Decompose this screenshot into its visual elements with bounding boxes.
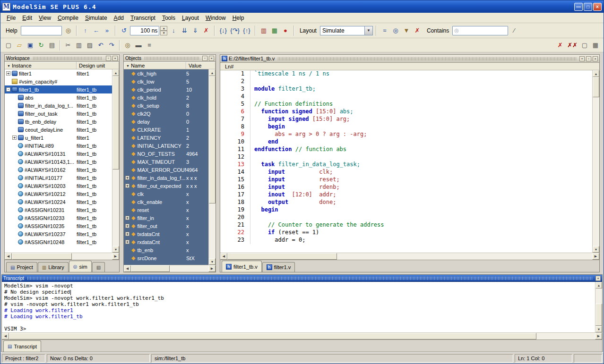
- objects-row[interactable]: +◆clk_period10: [124, 85, 208, 93]
- run-all-icon[interactable]: ⇓: [190, 25, 200, 36]
- close-icon[interactable]: ×: [595, 276, 601, 281]
- eyedropper-icon[interactable]: ∕: [509, 25, 519, 36]
- workspace-row[interactable]: +#ASSIGN#10233filter1_tb: [5, 214, 112, 222]
- run-icon[interactable]: ↓: [168, 25, 179, 36]
- line-number[interactable]: 15: [220, 176, 250, 184]
- scroll-right-icon[interactable]: ▶: [592, 253, 599, 260]
- scroll-down-icon[interactable]: ▼: [595, 326, 602, 332]
- drag-grip[interactable]: [145, 57, 199, 60]
- editor-vscrollbar[interactable]: ▲ ▼: [592, 70, 599, 253]
- code-line[interactable]: 1`timescale 1 ns / 1 ns: [220, 70, 592, 78]
- objects-row[interactable]: +◆filter_inx: [124, 214, 208, 222]
- scroll-thumb[interactable]: [131, 265, 170, 272]
- line-number[interactable]: 19: [220, 206, 250, 214]
- tab-icon[interactable]: ▧: [92, 262, 105, 272]
- menu-item-add[interactable]: Add: [111, 13, 127, 23]
- spin-down-icon[interactable]: ▼: [160, 31, 167, 35]
- step-out-icon[interactable]: {↑}: [242, 25, 252, 36]
- objects-row[interactable]: +◆NO_OF_TESTS4964: [124, 150, 208, 158]
- scroll-thumb[interactable]: [593, 77, 599, 97]
- objects-row[interactable]: +◆txdataCntx: [124, 230, 208, 238]
- code-line[interactable]: 8 begin: [220, 123, 592, 131]
- code-line[interactable]: 16 input rdenb;: [220, 184, 592, 191]
- line-number[interactable]: 4: [220, 93, 250, 101]
- spin-up-icon[interactable]: ▲: [160, 26, 167, 31]
- column-instance[interactable]: ▼Instance: [5, 62, 77, 69]
- code-line[interactable]: 15 input reset;: [220, 176, 592, 184]
- workspace-row[interactable]: +u_filter1filter1: [5, 134, 112, 142]
- code-line[interactable]: 21 // Counter to generate the address: [220, 221, 592, 229]
- line-number[interactable]: 2: [220, 78, 250, 85]
- editor-code[interactable]: 1`timescale 1 ns / 1 ns23module filter1_…: [220, 70, 592, 253]
- layout-select[interactable]: Simulate ▼: [320, 26, 373, 35]
- save-icon[interactable]: ▣: [25, 40, 35, 51]
- objects-row[interactable]: +◆tb_enbx: [124, 246, 208, 254]
- expand-icon[interactable]: +: [125, 176, 129, 180]
- chevron-down-icon[interactable]: ▼: [364, 26, 372, 35]
- menu-item-transcript[interactable]: Transcript: [127, 13, 159, 23]
- transcript-lines[interactable]: ModelSim> vsim -novopt# No design specif…: [2, 282, 595, 332]
- expand-icon[interactable]: +: [125, 240, 129, 244]
- line-number[interactable]: 22: [220, 229, 250, 237]
- redo-icon[interactable]: ↷: [106, 40, 117, 51]
- objects-row[interactable]: +◆clk_enablex: [124, 198, 208, 206]
- scroll-thumb[interactable]: [227, 253, 337, 260]
- objects-row[interactable]: +◆clk_hold2: [124, 93, 208, 102]
- up-arrow-icon[interactable]: ↑: [80, 25, 90, 36]
- workspace-row[interactable]: +#ALWAYS#10224filter1_tb: [5, 198, 112, 206]
- menu-item-edit[interactable]: Edit: [19, 13, 35, 23]
- objects-row[interactable]: +◆LATENCY2: [124, 134, 208, 142]
- workspace-hscrollbar[interactable]: ◀ ▶: [5, 253, 119, 260]
- workspace-row[interactable]: +#ASSIGN#10248filter1_tb: [5, 238, 112, 246]
- delete-icon[interactable]: ✗: [555, 40, 565, 51]
- drag-grip[interactable]: [27, 277, 592, 280]
- collapse-all-icon[interactable]: ▬: [133, 40, 144, 51]
- code-line[interactable]: 22 if (reset == 1): [220, 229, 592, 237]
- titlebar[interactable]: M ModelSim SE PLUS 6.4 — □ ×: [0, 0, 604, 13]
- code-line[interactable]: 20: [220, 214, 592, 221]
- scroll-down-icon[interactable]: ▼: [112, 246, 119, 253]
- workspace-vscrollbar[interactable]: ▲ ▼: [112, 69, 119, 253]
- column-design-unit[interactable]: Design unit: [77, 62, 119, 69]
- expand-icon[interactable]: +: [125, 216, 129, 220]
- line-number[interactable]: 11: [220, 146, 250, 153]
- transcript-body[interactable]: ModelSim> vsim -novopt# No design specif…: [2, 282, 602, 332]
- workspace-row[interactable]: +#ALWAYS#10212filter1_tb: [5, 190, 112, 198]
- expand-icon[interactable]: +: [125, 184, 129, 188]
- expand-icon[interactable]: +: [6, 71, 10, 76]
- line-number[interactable]: 18: [220, 199, 250, 206]
- scroll-up-icon[interactable]: ▲: [595, 282, 602, 288]
- objects-row[interactable]: +◆clkx: [124, 190, 208, 198]
- scroll-thumb[interactable]: [595, 304, 602, 326]
- new-window-icon[interactable]: ▢: [579, 40, 590, 51]
- objects-row[interactable]: +◆clk_low5: [124, 77, 208, 85]
- objects-row[interactable]: +◆MAX_ERROR_COUNT4964: [124, 166, 208, 174]
- stop-icon[interactable]: ●: [280, 25, 291, 36]
- code-line[interactable]: 19 begin: [220, 206, 592, 214]
- code-line[interactable]: 3module filter1_tb;: [220, 85, 592, 93]
- line-number[interactable]: 20: [220, 214, 250, 221]
- transcript-hscrollbar[interactable]: ◀ ▶: [2, 332, 602, 339]
- menu-item-layout[interactable]: Layout: [179, 13, 202, 23]
- line-number[interactable]: 7: [220, 116, 250, 123]
- menu-item-simulate[interactable]: Simulate: [82, 13, 111, 23]
- menu-item-view[interactable]: View: [35, 13, 54, 23]
- editor-body[interactable]: 1`timescale 1 ns / 1 ns23module filter1_…: [220, 70, 599, 253]
- scroll-down-icon[interactable]: ▼: [209, 258, 216, 265]
- code-line[interactable]: 14 input clk;: [220, 169, 592, 176]
- tab-filter1-v[interactable]: hfilter1.v: [262, 262, 295, 272]
- code-line[interactable]: 9 abs = arg > 0 ? arg : -arg;: [220, 131, 592, 138]
- code-line[interactable]: 2: [220, 78, 592, 85]
- scroll-track[interactable]: [112, 76, 119, 246]
- code-line[interactable]: 11endfunction // function abs: [220, 146, 592, 153]
- code-line[interactable]: 5// Function definitions: [220, 101, 592, 108]
- tab-sim[interactable]: ◎sim: [69, 261, 92, 272]
- line-number[interactable]: 9: [220, 131, 250, 138]
- performance-icon[interactable]: ▥: [259, 25, 269, 36]
- undock-icon[interactable]: ▫: [106, 56, 111, 61]
- objects-row[interactable]: +◆CLKRATE1: [124, 126, 208, 134]
- copy-icon[interactable]: ▥: [74, 40, 84, 51]
- scroll-track[interactable]: [12, 253, 112, 260]
- scroll-track[interactable]: [9, 333, 595, 339]
- workspace-row[interactable]: +#vsim_capacity#: [5, 77, 112, 85]
